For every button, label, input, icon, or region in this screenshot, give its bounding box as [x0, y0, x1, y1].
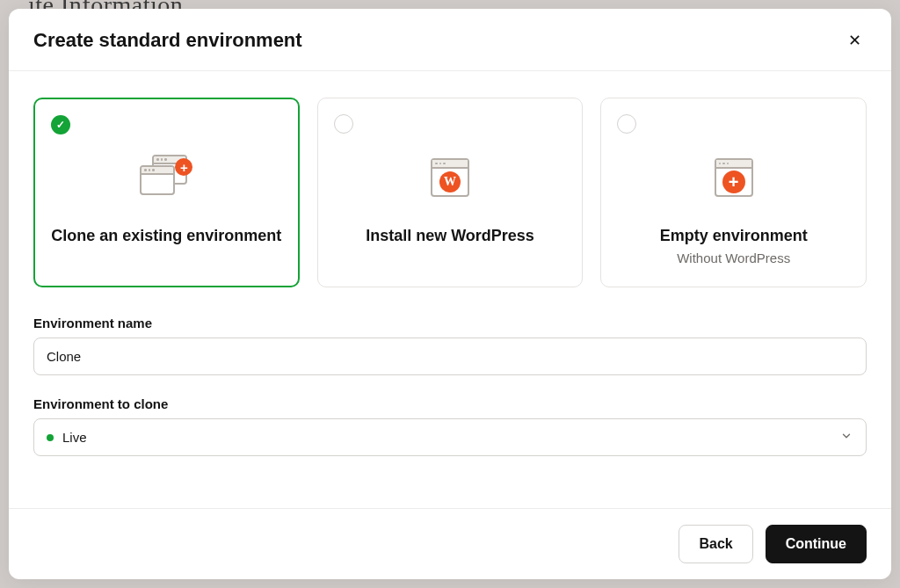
radio-indicator: ✓ — [334, 114, 353, 134]
environment-to-clone-field-group: Environment to clone Live — [33, 396, 867, 456]
option-install-wordpress[interactable]: ✓ W Install new WordPress — [317, 98, 584, 287]
wordpress-logo-icon: W — [439, 171, 461, 192]
continue-button[interactable]: Continue — [766, 525, 867, 563]
option-title: Empty environment — [660, 227, 808, 245]
wordpress-icon: W — [431, 153, 469, 202]
modal-footer: Back Continue — [9, 508, 891, 579]
plus-icon: + — [175, 158, 192, 176]
clone-icon: + — [140, 153, 192, 202]
close-button[interactable]: ✕ — [842, 28, 867, 53]
option-subtitle: Without WordPress — [677, 250, 790, 265]
radio-indicator: ✓ — [51, 115, 70, 134]
close-icon: ✕ — [848, 33, 861, 48]
status-dot-icon — [47, 434, 54, 441]
environment-type-options: ✓ + Clone an existing environment ✓ — [33, 98, 867, 287]
option-empty-environment[interactable]: ✓ + Empty environment Without WordPress — [600, 98, 867, 287]
back-button[interactable]: Back — [679, 525, 752, 563]
modal-header: Create standard environment ✕ — [9, 9, 891, 71]
modal-body: ✓ + Clone an existing environment ✓ — [9, 71, 891, 508]
selected-environment-value: Live — [62, 430, 87, 445]
empty-environment-icon: + — [715, 153, 753, 202]
create-environment-modal: Create standard environment ✕ ✓ + Clone … — [9, 9, 891, 579]
option-clone-existing[interactable]: ✓ + Clone an existing environment — [33, 98, 300, 287]
environment-to-clone-label: Environment to clone — [33, 396, 867, 411]
environment-name-field-group: Environment name — [33, 316, 867, 375]
environment-name-label: Environment name — [33, 316, 867, 330]
environment-name-input[interactable] — [33, 338, 867, 375]
modal-title: Create standard environment — [33, 29, 302, 52]
option-title: Clone an existing environment — [51, 227, 281, 245]
plus-icon: + — [722, 171, 745, 193]
check-icon: ✓ — [56, 119, 65, 131]
option-title: Install new WordPress — [366, 227, 534, 245]
radio-indicator: ✓ — [617, 114, 636, 134]
environment-to-clone-select[interactable]: Live — [33, 418, 867, 456]
